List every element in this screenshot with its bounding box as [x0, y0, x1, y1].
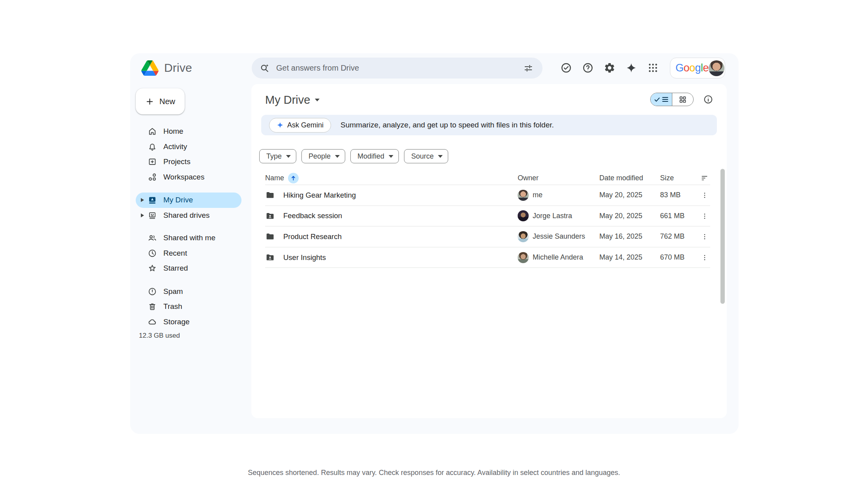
cloud-icon: [148, 317, 157, 327]
topbar-actions: [557, 58, 662, 77]
sidebar-item-recent[interactable]: Recent: [136, 246, 241, 261]
filter-source[interactable]: Source: [404, 149, 448, 163]
scrollbar[interactable]: [720, 169, 725, 304]
gemini-spark-icon[interactable]: [623, 58, 640, 77]
file-name: User Insights: [283, 247, 326, 268]
sidebar-item-starred[interactable]: Starred: [136, 261, 241, 276]
more-options-button[interactable]: [699, 188, 710, 202]
sidebar-nav: Home Activity: [136, 124, 241, 329]
list-icon: [662, 97, 668, 102]
folder-icon: [265, 226, 275, 247]
sort-ascending-icon[interactable]: [288, 173, 299, 183]
column-header-modified[interactable]: Date modified: [599, 171, 643, 185]
shared-drives-icon: [148, 211, 157, 220]
profile-avatar[interactable]: [709, 60, 724, 76]
sidebar-item-trash[interactable]: Trash: [136, 299, 241, 314]
file-size: 762 MB: [660, 226, 685, 247]
google-apps-grid-icon[interactable]: [644, 58, 662, 77]
owner-name: me: [533, 185, 542, 206]
more-options-button[interactable]: [699, 209, 710, 223]
folder-title-menu[interactable]: My Drive: [265, 93, 320, 107]
sort-options-icon[interactable]: [699, 171, 710, 185]
filter-modified[interactable]: Modified: [350, 149, 399, 163]
main-content-card: My Drive: [251, 84, 727, 418]
ai-search-icon: [260, 63, 270, 73]
drive-app-window: Drive: [130, 53, 739, 434]
sidebar-item-activity[interactable]: Activity: [136, 139, 241, 155]
shared-folder-icon: [265, 206, 275, 226]
expand-caret-icon[interactable]: [139, 213, 146, 218]
check-icon: [654, 97, 660, 102]
chevron-down-icon: [335, 155, 340, 158]
drive-logo[interactable]: Drive: [141, 59, 192, 77]
sidebar-item-my-drive[interactable]: My Drive: [136, 193, 241, 208]
page: Drive: [0, 0, 868, 488]
google-logo: Google: [675, 62, 709, 74]
more-options-button[interactable]: [699, 230, 710, 244]
owner-name: Jessie Saunders: [533, 226, 585, 247]
settings-gear-icon[interactable]: [601, 58, 618, 77]
date-modified: May 16, 2025: [599, 226, 642, 247]
details-info-icon[interactable]: [702, 93, 715, 106]
date-modified: May 14, 2025: [599, 247, 642, 268]
grid-icon: [679, 96, 686, 103]
table-row[interactable]: Product Research Jessie Saunders May 16,…: [265, 226, 710, 247]
new-button[interactable]: New: [136, 88, 185, 114]
plus-icon: [145, 97, 154, 106]
column-header-name[interactable]: Name: [265, 171, 299, 185]
search-input[interactable]: [276, 64, 522, 73]
table-header: Name Owner Date modified Size: [265, 171, 710, 185]
file-name: Product Research: [283, 226, 342, 247]
filter-type[interactable]: Type: [259, 149, 296, 163]
home-icon: [148, 127, 157, 136]
table-row[interactable]: User Insights Michelle Andera May 14, 20…: [265, 247, 710, 268]
files-table: Name Owner Date modified Size: [265, 171, 710, 268]
page-title: My Drive: [265, 93, 310, 107]
chevron-down-icon: [286, 155, 291, 158]
sidebar-item-spam[interactable]: Spam: [136, 284, 241, 299]
advanced-search-icon[interactable]: [522, 59, 535, 78]
filter-people[interactable]: People: [301, 149, 345, 163]
owner-avatar: [518, 231, 529, 242]
layout-toggle: [650, 93, 694, 106]
file-name: Hiking Gear Marketing: [283, 185, 356, 206]
expand-caret-icon[interactable]: [139, 198, 146, 202]
shared-folder-icon: [265, 247, 275, 268]
chevron-down-icon: [315, 99, 320, 101]
ask-gemini-button[interactable]: Ask Gemini: [269, 118, 331, 133]
sidebar-item-projects[interactable]: Projects: [136, 154, 241, 170]
storage-used-label: 12.3 GB used: [139, 332, 180, 340]
gemini-banner-text: Summarize, analyze, and get up to speed …: [340, 121, 554, 129]
search-bar[interactable]: [252, 58, 542, 79]
list-view-button[interactable]: [651, 93, 672, 106]
account-pill[interactable]: Google: [670, 58, 725, 79]
file-name: Feedback session: [283, 206, 342, 226]
offline-status-icon[interactable]: [557, 58, 575, 77]
sidebar-item-shared-with-me[interactable]: Shared with me: [136, 230, 241, 246]
chevron-down-icon: [389, 155, 393, 158]
date-modified: May 20, 2025: [599, 185, 642, 206]
file-size: 661 MB: [660, 206, 685, 226]
help-icon[interactable]: [579, 58, 597, 77]
table-row[interactable]: Hiking Gear Marketing me May 20, 2025 83…: [265, 185, 710, 206]
project-box-icon: [148, 157, 157, 166]
file-size: 83 MB: [660, 185, 681, 206]
owner-name: Michelle Andera: [533, 247, 583, 268]
my-drive-icon: [148, 195, 157, 205]
owner-avatar: [518, 190, 529, 201]
app-name: Drive: [164, 61, 192, 75]
grid-view-button[interactable]: [672, 93, 694, 106]
column-header-owner[interactable]: Owner: [518, 171, 539, 185]
disclaimer-text: Sequences shortened. Results may vary. C…: [0, 469, 868, 477]
owner-name: Jorge Lastra: [533, 206, 572, 226]
sidebar-item-workspaces[interactable]: Workspaces: [136, 170, 241, 185]
more-options-button[interactable]: [699, 251, 710, 265]
column-header-size[interactable]: Size: [660, 171, 674, 185]
sidebar-item-storage[interactable]: Storage: [136, 314, 241, 330]
owner-avatar: [518, 252, 529, 263]
star-icon: [148, 264, 157, 273]
gemini-spark-icon: [277, 122, 284, 129]
table-row[interactable]: Feedback session Jorge Lastra May 20, 20…: [265, 206, 710, 227]
sidebar-item-shared-drives[interactable]: Shared drives: [136, 208, 241, 223]
sidebar-item-home[interactable]: Home: [136, 124, 241, 139]
